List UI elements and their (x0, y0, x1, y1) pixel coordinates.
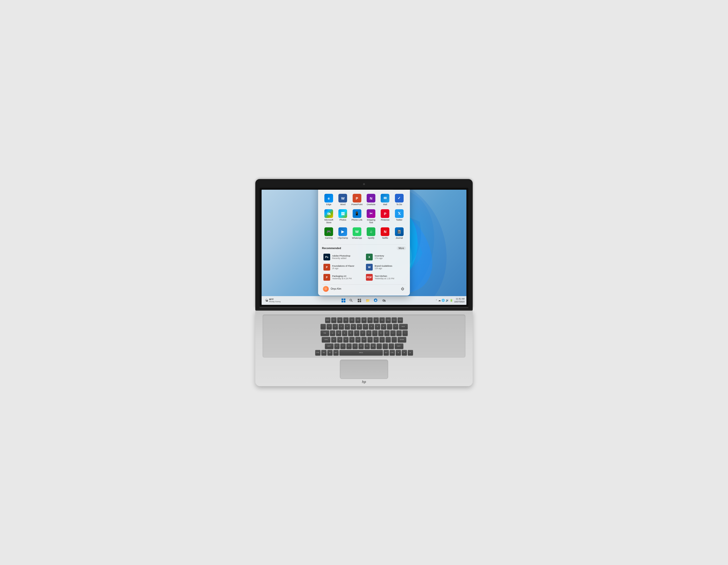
pinned-app-netflix[interactable]: N Netflix (378, 226, 392, 241)
pinned-app-powerpoint[interactable]: P PowerPoint (350, 192, 364, 207)
key-p[interactable]: P (384, 330, 390, 336)
tray-chevron[interactable]: ⌃ (435, 299, 437, 302)
key-b[interactable]: B (358, 343, 364, 349)
key-⊞[interactable]: ⊞ (327, 350, 333, 355)
taskbar-search[interactable] (348, 297, 355, 303)
key-g[interactable]: G (355, 337, 361, 342)
key-space[interactable]: SPACE (339, 350, 383, 355)
key-bksp[interactable]: BKSP (399, 324, 408, 329)
key-k[interactable]: K (373, 337, 379, 342)
key-i[interactable]: I (372, 330, 378, 336)
key-esc[interactable]: ESC (325, 317, 330, 323)
key-z[interactable]: Z (334, 343, 340, 349)
key-q[interactable]: Q (330, 330, 335, 336)
key-s[interactable]: S (337, 337, 343, 342)
pinned-app-photos[interactable]: 🖼 Photos (336, 208, 350, 226)
key-ctrl[interactable]: CTRL (390, 350, 395, 355)
key-8[interactable]: 8 (369, 324, 374, 329)
key-4[interactable]: 4 (345, 324, 350, 329)
key-;[interactable]: ; (385, 337, 391, 342)
key-v[interactable]: V (352, 343, 358, 349)
rec-item-foundations-of-flavor[interactable]: P Foundations of Flavor 2h ago (322, 263, 364, 272)
key-m[interactable]: M (371, 343, 376, 349)
key-f12[interactable]: F12 (398, 317, 403, 323)
power-button[interactable]: ⏻ (400, 286, 405, 291)
key-f4[interactable]: F4 (349, 317, 355, 323)
file-explorer-button[interactable]: 📁 (364, 297, 371, 303)
key-f10[interactable]: F10 (385, 317, 391, 323)
key-►[interactable]: ► (408, 350, 413, 355)
key-f[interactable]: F (349, 337, 355, 342)
key-u[interactable]: U (366, 330, 371, 336)
key-▼[interactable]: ▼ (402, 350, 407, 355)
key-l[interactable]: L (379, 337, 385, 342)
key-r[interactable]: R (348, 330, 353, 336)
key-n[interactable]: N (364, 343, 370, 349)
pinned-app-gaming[interactable]: 🎮 Gaming (322, 226, 335, 241)
key-t[interactable]: T (354, 330, 359, 336)
touchpad[interactable] (340, 359, 388, 379)
key-f6[interactable]: F6 (361, 317, 367, 323)
key-f8[interactable]: F8 (373, 317, 379, 323)
pinned-app-clipchamp[interactable]: ▶ Clipchamp (336, 226, 350, 241)
key-x[interactable]: X (340, 343, 346, 349)
start-button[interactable] (341, 297, 346, 303)
key-'[interactable]: ' (392, 337, 397, 342)
tray-volume-icon[interactable]: 🔊 (446, 299, 449, 302)
taskbar-edge-button[interactable] (372, 297, 379, 303)
key-f7[interactable]: F7 (367, 317, 373, 323)
weather-widget[interactable]: 🌤 68°F Mostly Sunny (264, 297, 282, 303)
key-7[interactable]: 7 (363, 324, 368, 329)
taskbar-store-button[interactable]: 🛍 (381, 297, 387, 303)
pinned-app-microsoft-store[interactable]: 🛍 Microsoft Store (322, 208, 335, 226)
key-9[interactable]: 9 (375, 324, 380, 329)
key-j[interactable]: J (367, 337, 373, 342)
key-[[interactable]: [ (390, 330, 396, 336)
key-shift[interactable]: SHIFT (325, 343, 334, 349)
rec-item-inventory[interactable]: X Inventory 17m ago (364, 253, 406, 262)
pinned-app-twitter[interactable]: 𝕏 Twitter (393, 208, 406, 226)
key-o[interactable]: O (378, 330, 384, 336)
key-fn[interactable]: FN (321, 350, 327, 355)
key-alt[interactable]: ALT (384, 350, 389, 355)
key-5[interactable]: 5 (351, 324, 356, 329)
key-,[interactable]: , (377, 343, 382, 349)
key-f5[interactable]: F5 (355, 317, 361, 323)
key-.[interactable]: . (383, 343, 388, 349)
pinned-app-pinterest[interactable]: P Pinterest (378, 208, 392, 226)
key-f1[interactable]: F1 (331, 317, 336, 323)
key-1[interactable]: 1 (327, 324, 332, 329)
pinned-app-spotify[interactable]: ♫ Spotify (364, 226, 378, 241)
key-e[interactable]: E (342, 330, 347, 336)
key-ctrl[interactable]: CTRL (315, 350, 321, 355)
key-caps[interactable]: CAPS (322, 337, 330, 342)
key-][interactable]: ] (396, 330, 402, 336)
key-`[interactable]: ` (321, 324, 326, 329)
key-tab[interactable]: TAB (321, 330, 329, 336)
key-3[interactable]: 3 (339, 324, 344, 329)
pinned-app-journal[interactable]: 📓 Journal (393, 226, 406, 241)
key-w[interactable]: W (336, 330, 341, 336)
key-=[interactable]: = (393, 324, 398, 329)
rec-item-test-kitchen[interactable]: PDF Test Kitchen Yesterday at 1:15 PM (364, 273, 406, 282)
key-d[interactable]: D (343, 337, 349, 342)
key-h[interactable]: H (361, 337, 367, 342)
all-apps-button[interactable]: All apps › (392, 190, 406, 190)
key-a[interactable]: A (331, 337, 336, 342)
key-c[interactable]: C (346, 343, 352, 349)
user-info[interactable]: O Onyu Kim (323, 286, 341, 292)
key-◄[interactable]: ◄ (396, 350, 401, 355)
key-enter[interactable]: ENTER (398, 337, 406, 342)
key-f11[interactable]: F11 (392, 317, 397, 323)
key-alt[interactable]: ALT (333, 350, 339, 355)
pinned-app-snipping-tool[interactable]: ✂ Snipping Tool (364, 208, 378, 226)
key-6[interactable]: 6 (357, 324, 362, 329)
pinned-app-edge[interactable]: e Edge (322, 192, 335, 207)
rec-item-packaging-art[interactable]: P Packaging Art Yesterday at 4:24 PM (322, 273, 364, 282)
clock[interactable]: 11:31 AM 10/27/2023 (454, 297, 464, 303)
key-f9[interactable]: F9 (379, 317, 385, 323)
pinned-app-to-do[interactable]: ✓ To Do (393, 192, 406, 207)
pinned-app-word[interactable]: W Word (336, 192, 350, 207)
key-shift[interactable]: SHIFT (395, 343, 403, 349)
key-/[interactable]: / (389, 343, 394, 349)
